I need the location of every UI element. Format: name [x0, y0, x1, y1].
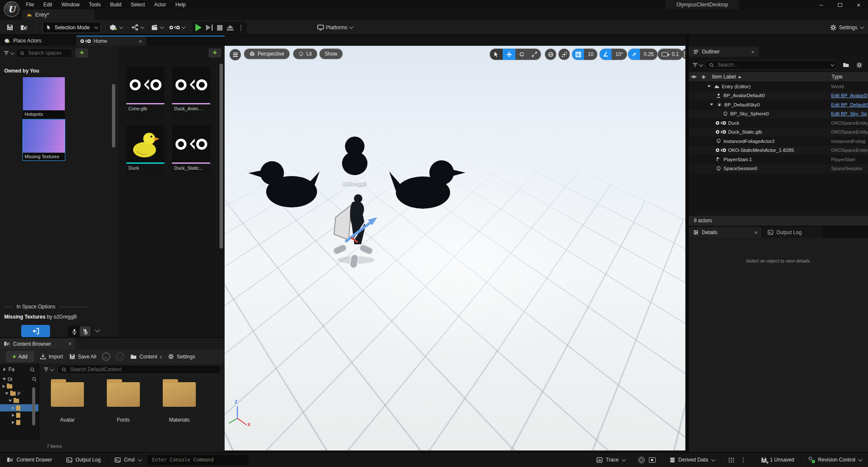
outliner-row[interactable]: BP_AvatarDefault0 Edit BP_AvatarD [689, 91, 868, 101]
voice-options-button[interactable] [95, 327, 99, 333]
show-dropdown[interactable]: Show [320, 49, 342, 59]
folder-avatar[interactable] [51, 382, 84, 407]
outliner-row[interactable]: InstancedFoliageActor2 InstancedFoliag [689, 137, 868, 146]
tab-outliner[interactable]: Outliner [689, 47, 759, 57]
menu-file[interactable]: File [22, 0, 38, 9]
back-button[interactable]: ← [102, 352, 110, 361]
unreal-logo[interactable]: U [4, 1, 19, 17]
frame-skip-button[interactable] [206, 25, 213, 31]
duck-silhouette-left[interactable] [248, 161, 320, 207]
scale-tool-button[interactable] [528, 49, 541, 60]
visibility-column-header[interactable] [689, 74, 699, 80]
outliner-row[interactable]: BP_DefaultSky0 Edit BP_DefaultS [689, 100, 868, 109]
add-asset-button[interactable] [209, 48, 221, 58]
edit-blueprint-link[interactable]: Edit BP_Sky_Sp [828, 111, 868, 116]
pin-column-header[interactable] [699, 73, 708, 80]
add-space-button[interactable] [75, 48, 88, 58]
cmd-dropdown[interactable]: Cmd [108, 453, 142, 467]
camera-speed-control[interactable]: 0.1 [658, 49, 683, 60]
stop-button[interactable] [217, 25, 223, 31]
space-card-hotspots[interactable]: Hotspots [22, 77, 65, 118]
assets-scrollbar[interactable] [220, 64, 223, 249]
menu-select[interactable]: Select [127, 0, 148, 9]
asset-tile-duck[interactable]: Duck [126, 126, 164, 178]
leave-space-button[interactable] [21, 325, 50, 337]
forward-button[interactable]: → [116, 352, 124, 361]
close-icon[interactable] [754, 229, 757, 236]
restore-button[interactable] [831, 0, 849, 9]
status-kebab[interactable] [740, 456, 747, 464]
insights-grid-icon[interactable] [728, 457, 734, 463]
settings-dropdown[interactable]: Settings [830, 22, 863, 33]
outliner-row[interactable]: SpaceSession0 SpaceSession [689, 164, 868, 173]
cb-filter-button[interactable] [43, 366, 53, 372]
outliner-search-input[interactable] [717, 62, 828, 68]
revision-control-dropdown[interactable]: Revision Control [801, 453, 868, 467]
tab-output-log[interactable]: Output Log [763, 227, 823, 238]
output-log-button[interactable]: Output Log [59, 453, 108, 467]
tab-place-actors[interactable]: Place Actors [0, 36, 75, 46]
console-command[interactable] [147, 455, 248, 465]
outliner-row[interactable]: OKO-StaticMeshActor_1-8285 OKOSpaceEntit… [689, 146, 868, 155]
menu-build[interactable]: Build [106, 0, 125, 9]
viewport-options-button[interactable] [230, 49, 241, 60]
spaces-search[interactable] [16, 48, 73, 58]
mic-button[interactable] [69, 326, 80, 336]
folder-fonts[interactable] [107, 382, 140, 407]
close-button[interactable] [849, 0, 868, 9]
surface-snapping-button[interactable] [559, 49, 570, 60]
item-label-column-header[interactable]: Item Label [708, 74, 828, 80]
close-icon[interactable] [68, 341, 72, 347]
browse-content-button[interactable] [19, 22, 30, 33]
tree-scrollbar[interactable] [32, 387, 35, 425]
close-icon[interactable] [751, 49, 754, 55]
cb-search-input[interactable] [69, 366, 217, 373]
outliner-row[interactable]: PlayerStart-1 PlayerStart [689, 155, 868, 164]
favorites-collapse[interactable]: Fa [0, 364, 39, 375]
select-tool-button[interactable] [490, 49, 503, 60]
filter-button[interactable] [3, 50, 13, 56]
outliner-row[interactable]: Duck_Static.glb OKOSpaceEntity [689, 128, 868, 137]
scale-snap-control[interactable]: 0.25 [628, 49, 657, 60]
minimize-button[interactable] [812, 0, 831, 9]
outliner-filter-button[interactable] [692, 62, 702, 68]
menu-window[interactable]: Window [58, 0, 83, 9]
cb-search[interactable] [57, 365, 221, 374]
viewport[interactable]: o2GreggB Perspective Lit Show [225, 46, 685, 450]
move-tool-button[interactable] [503, 49, 515, 60]
tab-home[interactable]: Home [76, 36, 146, 46]
eject-button[interactable] [227, 25, 234, 31]
breadcrumb[interactable]: Content [130, 353, 162, 360]
outliner-row[interactable]: Entry (Editor) World [689, 82, 868, 91]
mic-mute-button[interactable] [80, 326, 91, 336]
menu-actor[interactable]: Actor [150, 0, 170, 9]
outliner-row[interactable]: Duck OKOSpaceEntity [689, 118, 868, 128]
spaces-scrollbar[interactable] [112, 84, 115, 148]
edit-blueprint-link[interactable]: Edit BP_AvatarD [828, 93, 868, 98]
player-avatar[interactable] [332, 194, 377, 268]
snapshot-icon[interactable] [649, 457, 656, 463]
save-all-button[interactable]: Save All [69, 353, 96, 360]
console-command-input[interactable] [151, 456, 245, 463]
cinematics-button[interactable] [151, 22, 163, 33]
new-folder-button[interactable] [840, 60, 851, 70]
tab-details[interactable]: Details [689, 227, 762, 238]
play-button[interactable] [195, 24, 202, 31]
oko-tools-button[interactable] [170, 22, 184, 33]
record-icon[interactable] [638, 457, 645, 463]
edit-blueprint-link[interactable]: Edit BP_DefaultS [828, 102, 868, 107]
lit-dropdown[interactable]: Lit [293, 49, 317, 59]
perspective-dropdown[interactable]: Perspective [244, 49, 289, 59]
derived-data-dropdown[interactable]: Derived Data [662, 453, 721, 467]
tab-content-browser[interactable]: Content Browser [0, 338, 75, 349]
outliner-row[interactable]: BP_Sky_Sphere0 Edit BP_Sky_Sp [689, 109, 868, 119]
platforms-dropdown[interactable]: Platforms [317, 22, 352, 33]
space-card-missing-textures[interactable]: Missing Textures [22, 119, 65, 161]
import-button[interactable]: Import [40, 353, 63, 360]
collapse-icon[interactable] [707, 85, 711, 87]
trace-dropdown[interactable]: Trace [590, 453, 631, 467]
menu-tools[interactable]: Tools [85, 0, 105, 9]
grid-snap-control[interactable]: 10 [572, 49, 597, 60]
sources-collapse[interactable]: Ol [0, 375, 39, 383]
add-actor-button[interactable] [109, 22, 122, 33]
